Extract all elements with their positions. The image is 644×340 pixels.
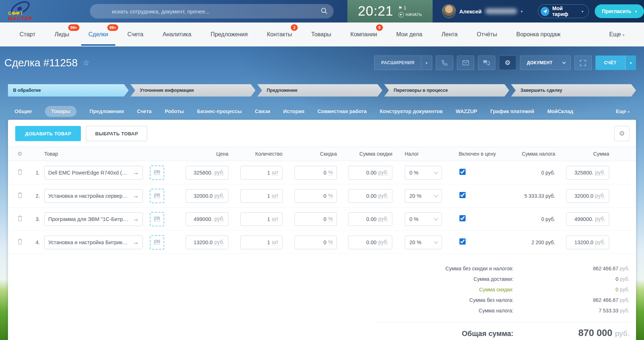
sum-input[interactable]: 325800.руб. (566, 166, 609, 180)
email-button[interactable] (457, 56, 474, 70)
nav-item-analytics[interactable]: Аналитика (162, 23, 192, 46)
nav-item-companies[interactable]: Компании9 (350, 23, 378, 46)
company-logo[interactable]: СОФТ МАСТЕР (0, 0, 66, 22)
nav-item-contacts[interactable]: Контакты2 (266, 23, 293, 46)
trash-icon[interactable] (17, 170, 22, 176)
tab-payment-schedule[interactable]: График платежей (490, 106, 534, 117)
nav-item-sales-funnel[interactable]: Воронка продаж (516, 23, 561, 46)
tab-more[interactable]: Еще ▾ (616, 106, 629, 117)
product-image-placeholder[interactable] (150, 235, 164, 250)
tab-history[interactable]: История (283, 106, 304, 117)
sum-input[interactable]: 13200.0руб. (566, 235, 609, 249)
search-icon[interactable] (321, 7, 328, 16)
discount-sum-input[interactable]: 0.00руб. (348, 166, 392, 180)
tab-quotes[interactable]: Предложения (90, 106, 124, 117)
tab-document-builder[interactable]: Конструктор документов (380, 106, 443, 117)
quantity-input[interactable]: 1шт (240, 166, 282, 180)
my-tariff-button[interactable]: Мой тариф ▾ (538, 4, 589, 18)
time-tracker-widget[interactable]: 20:21 ⚑ 1 ▶ НАЧАТЬ (347, 0, 432, 22)
tab-moysklad[interactable]: МойСклад (547, 106, 573, 117)
tax-included-checkbox[interactable] (459, 238, 466, 245)
discount-input[interactable]: 0% (294, 212, 337, 226)
discount-input[interactable]: 0% (294, 166, 337, 180)
nav-item-more[interactable]: Еще ▾ (608, 23, 625, 46)
product-name-input[interactable]: Установка и настройка сервера...→ (44, 189, 143, 203)
tab-invoices[interactable]: Счета (137, 106, 152, 117)
price-input[interactable]: 325800.руб. (186, 166, 228, 180)
stage-proposal[interactable]: Предложение (257, 84, 383, 97)
tab-business-processes[interactable]: Бизнес-процессы (197, 106, 242, 117)
nav-item-invoices[interactable]: Счета (127, 23, 144, 46)
product-image-placeholder[interactable] (150, 212, 164, 226)
discount-sum-input[interactable]: 0.00руб. (348, 189, 392, 203)
clock-time[interactable]: 20:21 (358, 4, 393, 19)
avatar[interactable] (442, 4, 456, 18)
tax-select[interactable]: 20 % (405, 235, 442, 249)
panel-settings-button[interactable]: ⚙ (614, 126, 629, 141)
call-button[interactable] (436, 56, 453, 70)
nav-item-products[interactable]: Товары (310, 23, 332, 46)
start-workday-button[interactable]: ▶ НАЧАТЬ (399, 12, 422, 17)
tax-select[interactable]: 0 % (405, 166, 442, 180)
document-button[interactable]: ДОКУМЕНТ (520, 56, 571, 70)
invoice-button[interactable]: СЧЁТ ▾ (595, 56, 636, 70)
price-input[interactable]: 499000.руб. (186, 212, 228, 226)
quantity-input[interactable]: 1шт (240, 235, 282, 249)
extensions-button[interactable]: РАСШИРЕНИЯ ▾ (374, 56, 432, 70)
price-input[interactable]: 13200.0руб. (186, 235, 228, 249)
discount-input[interactable]: 0% (294, 189, 337, 203)
sum-input[interactable]: 32000.0руб. (566, 189, 609, 203)
nav-item-deals[interactable]: Сделки99+ (88, 23, 109, 46)
favorite-star-icon[interactable]: ☆ (83, 58, 90, 67)
tab-general[interactable]: Общие (15, 106, 32, 117)
discount-sum-input[interactable]: 0.00руб. (348, 235, 392, 249)
tab-links[interactable]: Связи (255, 106, 270, 117)
search-input[interactable] (90, 4, 334, 19)
stage-in-progress[interactable]: В обработке (8, 84, 129, 97)
price-input[interactable]: 32000.0руб. (186, 189, 228, 203)
stage-close-deal[interactable]: Завершить сделку (511, 84, 636, 97)
select-product-button[interactable]: ВЫБРАТЬ ТОВАР (86, 126, 147, 141)
tab-wazzup[interactable]: WAZZUP (456, 106, 477, 117)
sum-input[interactable]: 499000.руб. (566, 212, 609, 226)
user-menu[interactable]: Алексей ▾ (442, 4, 523, 18)
stage-clarify-info[interactable]: Уточнение информации (131, 84, 256, 97)
tax-select[interactable]: 20 % (405, 189, 442, 203)
open-product-arrow-icon[interactable]: → (133, 169, 139, 176)
discount-input[interactable]: 0% (294, 235, 337, 249)
nav-item-quotes[interactable]: Предложения (210, 23, 249, 46)
settings-button[interactable]: ⚙ (499, 56, 516, 70)
open-product-arrow-icon[interactable]: → (133, 239, 139, 246)
tax-included-checkbox[interactable] (459, 169, 466, 175)
tab-products[interactable]: Товары (45, 106, 77, 117)
tax-included-checkbox[interactable] (459, 215, 466, 221)
nav-item-start[interactable]: Старт (19, 23, 36, 46)
product-image-placeholder[interactable] (150, 165, 164, 180)
nav-item-reports[interactable]: Отчёты (476, 23, 498, 46)
chevron-down-icon[interactable]: ▾ (625, 56, 636, 70)
product-name-input[interactable]: Dell EMC PowerEdge R740xd (2U)→ (44, 166, 143, 180)
stage-negotiation[interactable]: Переговоры в процессе (384, 84, 509, 97)
chat-button[interactable] (478, 56, 495, 70)
chevron-down-icon[interactable]: ▾ (421, 56, 432, 70)
nav-item-my-tasks[interactable]: Мои дела (396, 23, 423, 46)
tax-select[interactable]: 0 % (405, 212, 442, 226)
flag-counter[interactable]: ⚑ 1 (399, 5, 422, 11)
trash-icon[interactable] (17, 193, 22, 199)
columns-gear-icon[interactable]: ⚙ (17, 151, 22, 157)
trash-icon[interactable] (17, 216, 22, 222)
discount-sum-input[interactable]: 0.00руб. (348, 212, 392, 226)
quantity-input[interactable]: 1шт (240, 189, 282, 203)
invite-button[interactable]: Пригласить ▾ (595, 4, 644, 18)
fullscreen-button[interactable] (574, 56, 592, 70)
tab-collaboration[interactable]: Совместная работа (317, 106, 367, 117)
nav-item-feed[interactable]: Лента (441, 23, 458, 46)
product-name-input[interactable]: Установка и настройка Битрикс24→ (44, 235, 143, 249)
open-product-arrow-icon[interactable]: → (133, 192, 139, 200)
product-image-placeholder[interactable] (150, 189, 164, 203)
nav-item-leads[interactable]: Лиды99+ (54, 23, 70, 46)
add-product-button[interactable]: ДОБАВИТЬ ТОВАР (15, 126, 81, 141)
open-product-arrow-icon[interactable]: → (133, 216, 139, 223)
trash-icon[interactable] (17, 239, 22, 246)
tax-included-checkbox[interactable] (459, 192, 466, 198)
